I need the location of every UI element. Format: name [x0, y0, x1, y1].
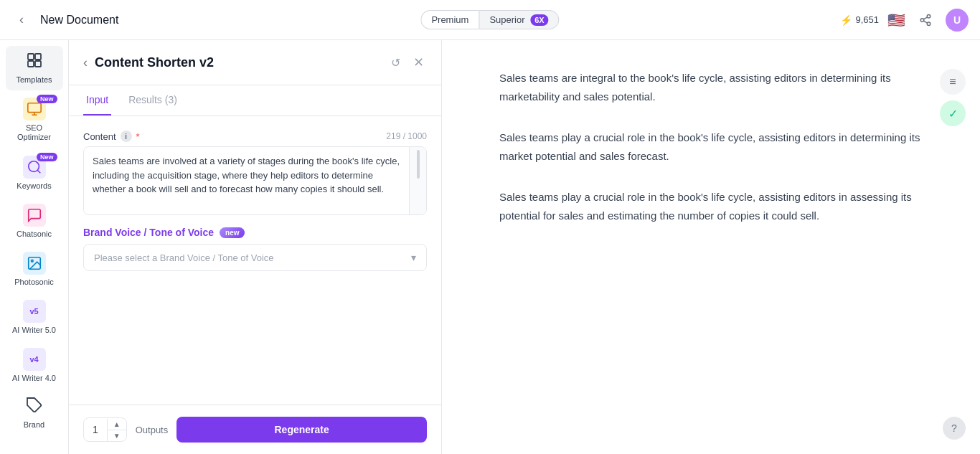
- stepper-buttons: ▲ ▼: [107, 419, 126, 441]
- sidebar-item-aiwriter5[interactable]: v5 AI Writer 5.0: [6, 294, 63, 341]
- photosonic-label: Photosonic: [14, 278, 53, 287]
- textarea-scrollbar: [409, 147, 426, 214]
- content-paragraph-3: Sales teams play a crucial role in the b…: [499, 188, 923, 224]
- panel-footer: 1 ▲ ▼ Outputs Regenerate: [69, 405, 441, 454]
- svg-line-13: [37, 170, 40, 173]
- sidebar-item-keywords[interactable]: Keywords New: [6, 150, 63, 197]
- content-area: Sales teams are integral to the book's l…: [442, 40, 980, 454]
- tool-panel: ‹ Content Shorten v2 ↺ ✕ Input Results (…: [69, 40, 442, 454]
- panel-title: Content Shorten v2: [95, 55, 381, 70]
- panel-reset-button[interactable]: ↺: [388, 53, 403, 72]
- seo-new-badge: New: [37, 95, 57, 103]
- tab-results[interactable]: Results (3): [126, 85, 180, 115]
- panel-close-button[interactable]: ✕: [410, 52, 427, 73]
- content-required: *: [136, 131, 140, 142]
- list-view-button[interactable]: ≡: [940, 69, 966, 95]
- content-count: 219 / 1000: [386, 131, 427, 141]
- brand-voice-placeholder: Please select a Brand Voice / Tone of Vo…: [94, 252, 274, 263]
- floating-actions: ≡ ✓: [940, 69, 966, 126]
- stepper-up-button[interactable]: ▲: [108, 419, 126, 430]
- outputs-value: 1: [84, 418, 107, 441]
- svg-point-2: [927, 22, 930, 26]
- aiwriter5-icon: v5: [23, 300, 46, 323]
- top-right-actions: ⚡ 9,651 🇺🇸 U: [840, 9, 969, 32]
- superior-badge: 6X: [530, 14, 548, 26]
- brand-voice-select[interactable]: Please select a Brand Voice / Tone of Vo…: [83, 244, 427, 271]
- share-button[interactable]: [914, 9, 937, 32]
- top-bar: ‹ New Document Premium Superior 6X ⚡ 9,6…: [0, 0, 980, 40]
- bolt-icon: ⚡: [840, 14, 852, 26]
- keywords-new-badge: New: [37, 153, 57, 161]
- panel-header: ‹ Content Shorten v2 ↺ ✕: [69, 40, 441, 85]
- keywords-label: Keywords: [17, 181, 51, 191]
- sidebar-item-templates[interactable]: Templates: [6, 46, 63, 90]
- scroll-track: [417, 150, 420, 179]
- brand-icon: [26, 397, 43, 417]
- svg-point-1: [920, 18, 924, 22]
- svg-line-3: [923, 21, 927, 23]
- superior-plan-button[interactable]: Superior 6X: [479, 10, 559, 29]
- back-button[interactable]: ‹: [11, 10, 32, 30]
- aiwriter4-icon: v4: [23, 348, 46, 371]
- brand-label: Brand: [24, 420, 44, 430]
- svg-point-0: [927, 14, 930, 18]
- content-paragraph-1: Sales teams are integral to the book's l…: [499, 69, 923, 105]
- content-textarea-wrapper: Sales teams are involved at a variety of…: [83, 146, 427, 215]
- brand-voice-label-row: Brand Voice / Tone of Voice new: [83, 227, 427, 238]
- content-field: Content i * 219 / 1000 Sales teams are i…: [83, 131, 427, 215]
- credits-display: ⚡ 9,651: [840, 14, 879, 26]
- panel-body: Content i * 219 / 1000 Sales teams are i…: [69, 116, 441, 405]
- content-label: Content i *: [83, 131, 140, 142]
- help-button[interactable]: ?: [943, 417, 966, 440]
- outputs-stepper: 1 ▲ ▼: [83, 417, 127, 442]
- aiwriter5-label: AI Writer 5.0: [12, 326, 56, 335]
- document-title: New Document: [40, 14, 118, 27]
- svg-rect-5: [28, 54, 34, 60]
- language-flag[interactable]: 🇺🇸: [887, 11, 905, 29]
- chatsonic-label: Chatsonic: [17, 230, 52, 239]
- check-button[interactable]: ✓: [940, 100, 966, 126]
- regenerate-button[interactable]: Regenerate: [176, 417, 427, 443]
- content-textarea[interactable]: Sales teams are involved at a variety of…: [84, 147, 426, 212]
- photosonic-icon: [23, 252, 46, 275]
- panel-back-button[interactable]: ‹: [83, 55, 88, 70]
- premium-plan-button[interactable]: Premium: [420, 10, 479, 29]
- main-area: Templates SEO Optimizer New: [0, 40, 980, 454]
- seo-label: SEO Optimizer: [9, 123, 60, 142]
- svg-rect-9: [27, 103, 40, 113]
- sidebar-item-seo[interactable]: SEO Optimizer New: [6, 92, 63, 148]
- sidebar-item-photosonic[interactable]: Photosonic: [6, 246, 63, 293]
- brand-voice-field: Brand Voice / Tone of Voice new Please s…: [83, 227, 427, 271]
- brand-voice-new-badge: new: [220, 227, 245, 238]
- brand-voice-title: Brand Voice / Tone of Voice: [83, 227, 214, 238]
- credits-value: 9,651: [855, 14, 879, 25]
- plan-selector: Premium Superior 6X: [420, 10, 559, 29]
- svg-point-15: [31, 260, 33, 262]
- svg-rect-7: [28, 61, 34, 67]
- templates-label: Templates: [16, 75, 52, 85]
- stepper-down-button[interactable]: ▼: [108, 430, 126, 441]
- sidebar: Templates SEO Optimizer New: [0, 40, 69, 454]
- svg-rect-6: [35, 54, 41, 60]
- chevron-down-icon: ▾: [411, 252, 416, 263]
- panel-tabs: Input Results (3): [69, 85, 441, 116]
- sidebar-item-brand[interactable]: Brand: [6, 391, 63, 435]
- avatar[interactable]: U: [946, 9, 969, 32]
- sidebar-item-aiwriter4[interactable]: v4 AI Writer 4.0: [6, 342, 63, 389]
- content-info-icon[interactable]: i: [121, 131, 132, 142]
- outputs-label: Outputs: [136, 425, 169, 435]
- aiwriter4-label: AI Writer 4.0: [12, 374, 56, 383]
- svg-line-4: [923, 16, 927, 19]
- svg-rect-8: [35, 61, 41, 67]
- sidebar-item-chatsonic[interactable]: Chatsonic: [6, 198, 63, 245]
- chatsonic-icon: [23, 204, 46, 227]
- content-paragraph-2: Sales teams play a crucial role in the b…: [499, 128, 923, 165]
- templates-icon: [26, 52, 43, 72]
- svg-point-12: [28, 161, 39, 171]
- tab-input[interactable]: Input: [83, 85, 111, 115]
